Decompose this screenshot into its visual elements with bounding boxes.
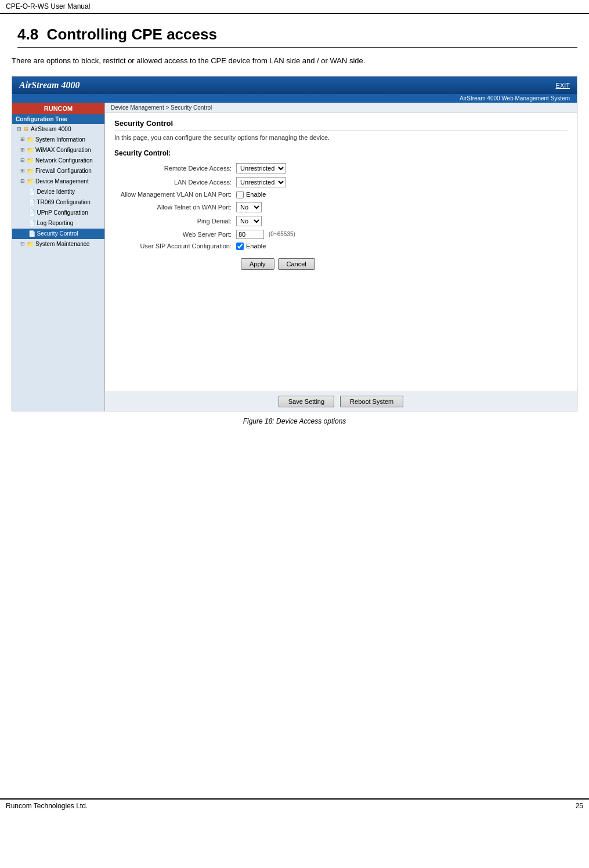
content-inner: Security Control In this page, you can c… — [105, 113, 577, 276]
input-web-server-port[interactable] — [236, 230, 264, 239]
checkbox-mgmt-vlan[interactable] — [236, 191, 244, 198]
label-lan-access: LAN Device Access: — [114, 179, 236, 186]
expand-icon: ⊞ — [20, 146, 25, 154]
sidebar-item-system-maintenance[interactable]: ⊟ 📁 System Maintenance — [12, 239, 104, 249]
sidebar-item-log-reporting[interactable]: 📄 Log Reporting — [12, 218, 104, 229]
header-left: CPE-O-R-WS User Manual — [6, 2, 90, 10]
form-row-mgmt-vlan: Allow Management VLAN on LAN Port: Enabl… — [114, 191, 568, 198]
airstream-logo: AirStream 4000 — [19, 80, 80, 91]
cancel-button[interactable]: Cancel — [278, 258, 315, 270]
select-remote-access[interactable]: Unrestricted Restricted Blocked — [236, 163, 286, 173]
figure-caption: Figure 18: Device Access options — [0, 417, 589, 425]
select-ping-denial[interactable]: No Yes — [236, 216, 262, 226]
reboot-system-button[interactable]: Reboot System — [340, 396, 403, 407]
expand-icon: ⊟ — [20, 240, 25, 248]
label-web-server-port: Web Server Port: — [114, 231, 236, 238]
label-ping-denial: Ping Denial: — [114, 218, 236, 225]
sidebar: RUNCOM Configuration Tree ⊟ 🖥 AirStream … — [12, 103, 105, 411]
enable-label-user-sip: Enable — [246, 243, 266, 249]
content-section-title: Security Control — [114, 119, 568, 131]
content-area: Device Management > Security Control Sec… — [105, 103, 577, 411]
sidebar-item-wimax-config[interactable]: ⊞ 📁 WiMAX Configuration — [12, 145, 104, 155]
spacer — [25, 229, 27, 237]
form-row-remote-access: Remote Device Access: Unrestricted Restr… — [114, 163, 568, 173]
sidebar-item-airstream4000[interactable]: ⊟ 🖥 AirStream 4000 — [12, 124, 104, 135]
expand-icon: ⊞ — [20, 167, 25, 175]
control-telnet-wan: No Yes — [236, 202, 262, 212]
page-footer: Runcom Technologies Ltd. 25 — [0, 798, 589, 812]
sidebar-label: Log Reporting — [37, 219, 74, 228]
airstream-header: AirStream 4000 EXIT — [12, 77, 577, 94]
content-description: In this page, you can configure the secu… — [114, 134, 568, 141]
folder-icon: 📁 — [27, 135, 34, 144]
expand-icon: ⊞ — [20, 135, 25, 143]
sidebar-label: WiMAX Configuration — [35, 146, 91, 155]
form-row-telnet-wan: Allow Telnet on WAN Port: No Yes — [114, 202, 568, 212]
control-lan-access: Unrestricted Restricted Blocked — [236, 177, 286, 187]
spacer — [25, 198, 27, 206]
page-icon: 📄 — [28, 208, 35, 218]
form-section-title: Security Control: — [114, 149, 568, 157]
enable-label-mgmt-vlan: Enable — [246, 191, 266, 198]
port-hint: (0~65535) — [269, 231, 295, 237]
control-mgmt-vlan: Enable — [236, 191, 266, 198]
footer-right: 25 — [576, 802, 583, 810]
checkbox-user-sip[interactable] — [236, 243, 244, 250]
label-mgmt-vlan: Allow Management VLAN on LAN Port: — [114, 191, 236, 198]
spacer — [25, 219, 27, 227]
sidebar-label: Security Control — [37, 229, 78, 238]
apply-button[interactable]: Apply — [241, 258, 274, 270]
sidebar-item-upnp[interactable]: 📄 UPnP Configuration — [12, 208, 104, 218]
sidebar-item-device-mgmt[interactable]: ⊟ 📁 Device Management — [12, 176, 104, 187]
breadcrumb: Device Management > Security Control — [105, 103, 577, 113]
ui-screenshot: AirStream 4000 EXIT AirStream 4000 Web M… — [12, 76, 577, 411]
intro-text: There are options to block, restrict or … — [12, 55, 577, 67]
sidebar-item-system-info[interactable]: ⊞ 📁 System Information — [12, 135, 104, 145]
spacer — [25, 187, 27, 196]
folder-icon: 📁 — [27, 146, 34, 155]
folder-icon: 📁 — [27, 177, 34, 186]
sidebar-label: Device Identity — [37, 187, 75, 197]
label-user-sip: User SIP Account Configuration: — [114, 243, 236, 249]
control-user-sip: Enable — [236, 243, 266, 250]
spacer — [25, 208, 27, 216]
label-telnet-wan: Allow Telnet on WAN Port: — [114, 204, 236, 211]
sidebar-label: System Information — [35, 135, 85, 144]
sidebar-item-device-identity[interactable]: 📄 Device Identity — [12, 187, 104, 197]
sidebar-item-security-control[interactable]: 📄 Security Control — [12, 229, 104, 239]
page-icon: 📄 — [28, 198, 35, 207]
sidebar-label: Firewall Configuration — [35, 167, 92, 176]
control-ping-denial: No Yes — [236, 216, 262, 226]
page-icon: 📄 — [28, 219, 35, 228]
control-remote-access: Unrestricted Restricted Blocked — [236, 163, 286, 173]
sidebar-label: System Maintenance — [35, 240, 89, 249]
sidebar-item-tr069[interactable]: 📄 TR069 Configuration — [12, 197, 104, 208]
button-row: Apply Cancel — [114, 258, 568, 270]
expand-icon: ⊟ — [20, 156, 25, 164]
form-row-lan-access: LAN Device Access: Unrestricted Restrict… — [114, 177, 568, 187]
section-title: 4.8 Controlling CPE access — [17, 26, 577, 48]
form-row-ping-denial: Ping Denial: No Yes — [114, 216, 568, 226]
sidebar-item-firewall-config[interactable]: ⊞ 📁 Firewall Configuration — [12, 166, 104, 176]
sidebar-item-network-config[interactable]: ⊟ 📁 Network Configuration — [12, 155, 104, 166]
folder-icon: 📁 — [27, 240, 34, 249]
sidebar-label: AirStream 4000 — [31, 125, 71, 134]
label-remote-access: Remote Device Access: — [114, 165, 236, 172]
select-lan-access[interactable]: Unrestricted Restricted Blocked — [236, 177, 286, 187]
select-telnet-wan[interactable]: No Yes — [236, 202, 262, 212]
expand-icon: ⊟ — [20, 177, 25, 185]
folder-icon: 📁 — [27, 167, 34, 176]
sidebar-label: Network Configuration — [35, 156, 93, 165]
folder-icon: 📁 — [27, 156, 34, 165]
sidebar-tree-header: Configuration Tree — [12, 114, 104, 124]
sidebar-label: Device Management — [35, 177, 89, 186]
sidebar-label: UPnP Configuration — [37, 208, 88, 218]
folder-icon: 🖥 — [23, 125, 29, 134]
form-row-web-server-port: Web Server Port: (0~65535) — [114, 230, 568, 239]
exit-link[interactable]: EXIT — [556, 82, 570, 89]
page-icon: 📄 — [28, 187, 35, 197]
form-row-user-sip: User SIP Account Configuration: Enable — [114, 243, 568, 250]
save-setting-button[interactable]: Save Setting — [279, 396, 334, 407]
page-icon: 📄 — [28, 229, 35, 238]
airstream-subheader: AirStream 4000 Web Management System — [12, 94, 577, 103]
